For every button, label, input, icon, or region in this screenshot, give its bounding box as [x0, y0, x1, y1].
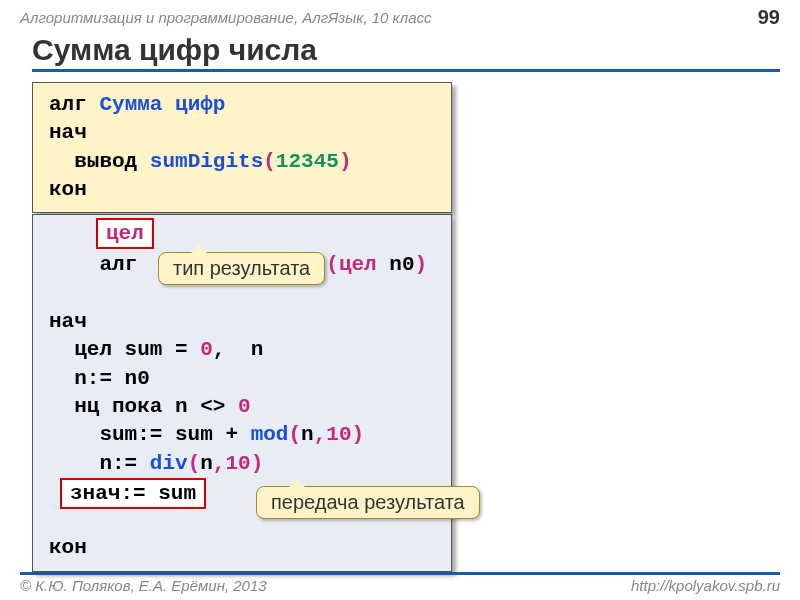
highlight-return-value: знач:= sum — [60, 478, 206, 509]
highlight-return-type: цел — [96, 218, 154, 249]
code-line: нц пока n <> 0 — [49, 393, 435, 421]
code-line: алг Сумма цифр — [49, 91, 435, 119]
code-block-main: алг Сумма цифр нач вывод sumDigits(12345… — [32, 82, 452, 213]
code-line: sum:= sum + mod(n,10) — [49, 421, 435, 449]
code-line: n:= n0 — [49, 365, 435, 393]
code-line: цел sum = 0, n — [49, 336, 435, 364]
callout-return-value: передача результата — [256, 486, 480, 519]
code-line: кон — [49, 176, 435, 204]
code-line: n:= div(n,10) — [49, 450, 435, 478]
code-line: нач — [49, 308, 435, 336]
callout-return-type: тип результата — [158, 252, 325, 285]
slide-title: Сумма цифр числа — [32, 33, 780, 72]
slide-footer: © К.Ю. Поляков, Е.А. Ерёмин, 2013 http:/… — [20, 572, 780, 594]
code-line: вывод sumDigits(12345) — [49, 148, 435, 176]
subject-label: Алгоритмизация и программирование, АлгЯз… — [20, 9, 432, 26]
code-line: кон — [49, 534, 435, 562]
page-number: 99 — [758, 6, 780, 29]
copyright-label: © К.Ю. Поляков, Е.А. Ерёмин, 2013 — [20, 577, 267, 594]
source-url: http://kpolyakov.spb.ru — [631, 577, 780, 594]
slide-header: Алгоритмизация и программирование, АлгЯз… — [0, 0, 800, 29]
code-line: нач — [49, 119, 435, 147]
